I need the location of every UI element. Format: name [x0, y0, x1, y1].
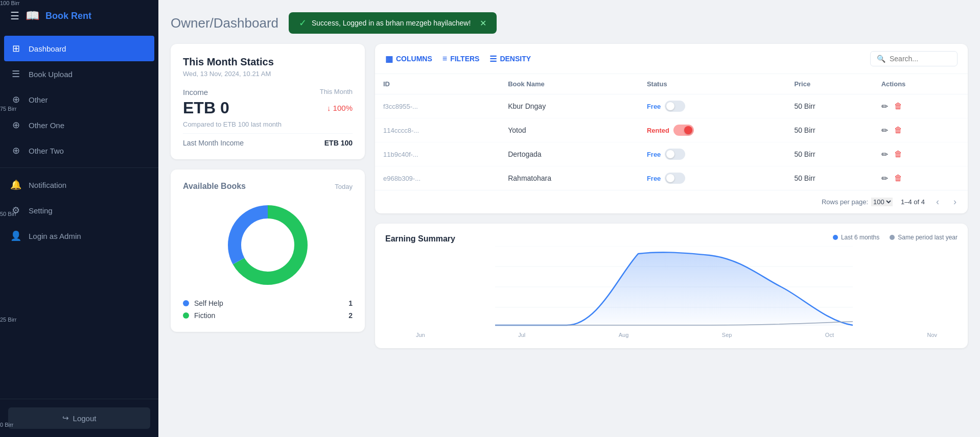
columns-label: COLUMNS — [396, 55, 432, 63]
selfhelp-dot — [183, 300, 189, 306]
cell-actions: ✏ 🗑 — [873, 118, 968, 142]
donut-chart — [183, 199, 353, 291]
donut-legend: Self Help 1 Fiction 2 — [183, 299, 353, 320]
sidebar-item-setting[interactable]: ⚙ Setting — [0, 198, 158, 223]
table-row: 11b9c40f-... Dertogada Free 50 Birr ✏ 🗑 — [375, 142, 968, 166]
table-row: f3cc8955-... Kbur Dngay Free 50 Birr ✏ 🗑 — [375, 94, 968, 118]
sidebar-item-other-two[interactable]: ⊕ Other Two — [0, 138, 158, 163]
edit-button[interactable]: ✏ — [881, 102, 888, 111]
edit-button[interactable]: ✏ — [881, 174, 888, 183]
cell-status: Free — [639, 94, 786, 118]
stats-date: Wed, 13 Nov, 2024, 10.21 AM — [183, 70, 353, 78]
table-scroll[interactable]: ID Book Name Status Price Actions f3cc89… — [375, 74, 968, 190]
cell-id: e968b309-... — [375, 166, 500, 190]
income-row: ETB 0 ↓ 100% — [183, 99, 353, 117]
check-icon: ✓ — [299, 17, 307, 29]
search-icon: 🔍 — [877, 55, 885, 63]
filters-button[interactable]: ≡ FILTERS — [442, 54, 480, 63]
cell-book-name: Rahmatohara — [500, 166, 639, 190]
sidebar-header: ☰ 📖 Book Rent — [0, 0, 158, 32]
delete-button[interactable]: 🗑 — [894, 126, 902, 135]
legend-current-dot — [833, 235, 838, 240]
cell-id: f3cc8955-... — [375, 94, 500, 118]
sidebar-item-dashboard[interactable]: ⊞ Dashboard — [4, 36, 154, 61]
legend-current: Last 6 months — [833, 234, 879, 241]
col-id: ID — [375, 74, 500, 94]
today-label: Today — [335, 183, 353, 190]
prev-page-button[interactable]: ‹ — [933, 196, 942, 208]
legend-current-label: Last 6 months — [841, 234, 879, 241]
last-month-row: Last Month Income ETB 100 — [183, 133, 353, 147]
cell-actions: ✏ 🗑 — [873, 166, 968, 190]
cell-status: Rented — [639, 118, 786, 142]
sidebar-nav: ⊞ Dashboard ☰ Book Upload ⊕ Other ⊕ Othe… — [0, 32, 158, 399]
table-footer: Rows per page: 100 50 25 1–4 of 4 ‹ › — [375, 190, 968, 213]
table-header-row: ID Book Name Status Price Actions — [375, 74, 968, 94]
main-content: Owner/Dashboard ✓ Success, Logged in as … — [158, 0, 980, 437]
toggle-knob — [684, 126, 692, 134]
col-price: Price — [786, 74, 873, 94]
table-row: 114cccc8-... Yotod Rented 50 Birr ✏ 🗑 — [375, 118, 968, 142]
edit-button[interactable]: ✏ — [881, 150, 888, 159]
fiction-label: Fiction — [194, 311, 215, 320]
fiction-dot — [183, 312, 189, 319]
success-message: Success, Logged in as brhan mezgeb hayil… — [312, 19, 471, 27]
earnings-title: Earning Summary — [385, 234, 455, 244]
x-axis: Jun Jul Aug Sep Oct Nov — [390, 330, 958, 338]
filters-icon: ≡ — [442, 54, 447, 63]
density-icon: ☰ — [489, 54, 497, 64]
sidebar-item-label: Other — [29, 95, 48, 104]
delete-button[interactable]: 🗑 — [894, 174, 902, 183]
search-input[interactable] — [890, 55, 951, 63]
cell-id: 114cccc8-... — [375, 118, 500, 142]
legend-previous-dot — [890, 235, 895, 240]
legend-item-selfhelp: Self Help 1 — [183, 299, 353, 307]
income-value: ETB 0 — [183, 99, 229, 117]
density-button[interactable]: ☰ DENSITY — [489, 54, 531, 64]
status-toggle[interactable] — [665, 173, 685, 184]
toggle-knob — [666, 102, 674, 110]
stats-title: This Month Statics — [183, 56, 353, 68]
cell-price: 50 Birr — [786, 166, 873, 190]
sidebar-item-other-one[interactable]: ⊕ Other One — [0, 112, 158, 138]
rows-per-page-select[interactable]: 100 50 25 — [871, 198, 893, 206]
earnings-legend: Last 6 months Same period last year — [833, 234, 958, 241]
col-status: Status — [639, 74, 786, 94]
sidebar-item-book-upload[interactable]: ☰ Book Upload — [0, 61, 158, 87]
close-banner-button[interactable]: ✕ — [480, 18, 486, 28]
status-label: Free — [647, 103, 661, 110]
next-page-button[interactable]: › — [950, 196, 960, 208]
main-header: Owner/Dashboard ✓ Success, Logged in as … — [171, 12, 968, 34]
legend-item-fiction: Fiction 2 — [183, 311, 353, 320]
chart-wrapper: 100 Birr 75 Birr 50 Birr 25 Birr 0 Birr — [385, 246, 958, 338]
search-box[interactable]: 🔍 — [870, 51, 958, 66]
cell-price: 50 Birr — [786, 118, 873, 142]
sidebar-item-other[interactable]: ⊕ Other — [0, 87, 158, 112]
columns-button[interactable]: ▦ COLUMNS — [385, 54, 432, 64]
earnings-card: Earning Summary Last 6 months Same perio… — [375, 224, 968, 348]
sidebar-item-login-as-admin[interactable]: 👤 Login as Admin — [0, 223, 158, 249]
toggle-knob — [666, 150, 674, 158]
sidebar-item-label: Book Upload — [29, 70, 73, 79]
rows-per-page-label: Rows per page: — [822, 198, 868, 206]
pagination-info: 1–4 of 4 — [901, 198, 925, 206]
cell-status: Free — [639, 142, 786, 166]
col-book-name: Book Name — [500, 74, 639, 94]
edit-button[interactable]: ✏ — [881, 126, 888, 135]
data-table: ID Book Name Status Price Actions f3cc89… — [375, 74, 968, 190]
status-toggle[interactable] — [665, 101, 685, 112]
logout-button[interactable]: ↪ Logout — [8, 407, 150, 429]
cell-status: Free — [639, 166, 786, 190]
sidebar-item-label: Other Two — [29, 147, 64, 155]
sidebar-item-notification[interactable]: 🔔 Notification — [0, 172, 158, 198]
sidebar-item-label: Setting — [29, 206, 53, 215]
status-toggle[interactable] — [673, 125, 694, 136]
sidebar-item-label: Other One — [29, 121, 64, 130]
delete-button[interactable]: 🗑 — [894, 102, 902, 111]
delete-button[interactable]: 🗑 — [894, 150, 902, 159]
cell-actions: ✏ 🗑 — [873, 142, 968, 166]
status-toggle[interactable] — [665, 149, 685, 160]
filters-label: FILTERS — [450, 55, 479, 63]
status-label: Free — [647, 151, 661, 158]
success-banner: ✓ Success, Logged in as brhan mezgeb hay… — [289, 12, 497, 34]
